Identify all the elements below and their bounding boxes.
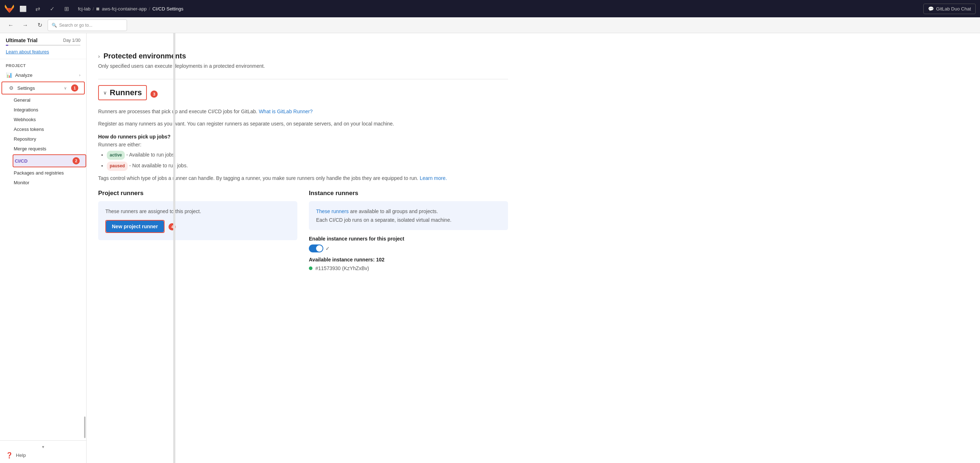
protected-environments-section: › Protected environments Only specified … xyxy=(98,40,508,79)
toolbar2: ← → ↻ 🔍 Search or go to... xyxy=(0,17,980,33)
sidebar-item-monitor-label: Monitor xyxy=(14,180,29,186)
active-badge: active xyxy=(107,151,125,160)
search-bar[interactable]: 🔍 Search or go to... xyxy=(48,19,127,31)
sidebar-toggle-btn[interactable]: ⬜ xyxy=(18,3,29,14)
merge-request-icon-btn[interactable]: ⇄ xyxy=(32,3,43,14)
sidebar-sub-nav: General Integrations Webhooks Access tok… xyxy=(0,95,86,187)
sidebar-item-general-label: General xyxy=(14,97,30,103)
sidebar-nav: Project 📊 Analyze › ⚙ Settings ∨ 1 Gene xyxy=(0,59,86,438)
protected-environments-desc: Only specified users can execute deploym… xyxy=(98,63,508,69)
runners-chevron-icon: ∨ xyxy=(103,90,107,95)
project-runners-title: Project runners xyxy=(98,190,298,197)
enable-runners-toggle[interactable] xyxy=(309,244,323,252)
analyze-icon: 📊 xyxy=(6,72,12,78)
project-runners-box: These runners are assigned to this proje… xyxy=(98,201,298,240)
instance-runners-box-sub: Each CI/CD job runs on a separate, isola… xyxy=(316,217,501,223)
runners-how-title: How do runners pick up jobs? xyxy=(98,134,508,140)
project-runners-col: Project runners These runners are assign… xyxy=(98,190,298,271)
sidebar-item-integrations[interactable]: Integrations xyxy=(14,105,86,115)
sidebar-item-packages-registries-label: Packages and registries xyxy=(14,170,64,176)
sidebar-item-settings[interactable]: ⚙ Settings ∨ 1 xyxy=(2,81,85,95)
runner-entry: #11573930 (KzYhZxBv) xyxy=(309,265,508,271)
back-btn[interactable]: ← xyxy=(4,19,18,31)
runners-list-item-active: active - Available to run jobs. xyxy=(107,151,508,160)
sidebar-item-cicd-label: CI/CD xyxy=(15,158,27,164)
breadcrumb: fcj-lab / ◼ aws-fcj-container-app / CI/C… xyxy=(78,6,921,11)
project-runners-box-text: These runners are assigned to this proje… xyxy=(105,208,290,214)
sidebar-item-merge-requests[interactable]: Merge requests xyxy=(14,144,86,154)
sidebar-item-packages-registries[interactable]: Packages and registries xyxy=(14,168,86,178)
cicd-badge: 2 xyxy=(73,157,80,165)
sidebar-item-integrations-label: Integrations xyxy=(14,107,38,113)
instance-runners-title: Instance runners xyxy=(309,190,508,197)
sidebar-item-repository-label: Repository xyxy=(14,136,36,142)
toggle-wrap: ✓ xyxy=(309,244,508,252)
sidebar-item-access-tokens[interactable]: Access tokens xyxy=(14,124,86,134)
runner-id: #11573930 (KzYhZxBv) xyxy=(315,265,369,271)
sidebar-item-general[interactable]: General xyxy=(14,95,86,105)
main-inner: › Protected environments Only specified … xyxy=(87,33,520,278)
runners-tags-text-content: Tags control which type of jobs a runner… xyxy=(98,175,418,181)
duo-chat-button[interactable]: 💬 GitLab Duo Chat xyxy=(923,3,976,14)
topbar-right: 💬 GitLab Duo Chat xyxy=(923,3,976,14)
sidebar-item-merge-requests-label: Merge requests xyxy=(14,146,46,151)
sidebar-item-analyze-label: Analyze xyxy=(15,73,32,78)
sidebar-item-repository[interactable]: Repository xyxy=(14,134,86,144)
sidebar-bottom: ▼ ❓ Help xyxy=(0,440,86,463)
main-content: › Protected environments Only specified … xyxy=(87,33,980,463)
sidebar-item-monitor[interactable]: Monitor xyxy=(14,178,86,187)
sidebar-item-analyze[interactable]: 📊 Analyze › xyxy=(0,69,86,81)
checklist-icon-btn[interactable]: ✓ xyxy=(46,3,58,14)
paused-badge: paused xyxy=(107,162,128,171)
breadcrumb-repo-icon: ◼ xyxy=(96,6,100,11)
search-icon: 🔍 xyxy=(52,23,57,28)
runners-section: ∨ Runners 3 Runners are processes that p… xyxy=(98,79,508,271)
enable-runners-label: Enable instance runners for this project xyxy=(309,236,508,242)
sidebar-resize-handle[interactable] xyxy=(173,33,175,463)
runners-tags-text: Tags control which type of jobs a runner… xyxy=(98,175,508,181)
sidebar-item-webhooks[interactable]: Webhooks xyxy=(14,115,86,124)
sidebar-item-cicd[interactable]: CI/CD 2 xyxy=(13,154,86,167)
layout: Ultimate Trial Day 1/30 Learn about feat… xyxy=(0,33,980,463)
runners-tags-link[interactable]: Learn more. xyxy=(420,175,447,181)
sidebar-item-settings-label: Settings xyxy=(18,86,35,91)
breadcrumb-sep2: / xyxy=(149,6,151,11)
learn-features-link[interactable]: Learn about features xyxy=(6,49,49,54)
help-icon: ❓ xyxy=(6,452,13,459)
sidebar-trial: Ultimate Trial Day 1/30 xyxy=(6,38,81,43)
runners-grid: Project runners These runners are assign… xyxy=(98,190,508,271)
runners-title: Runners xyxy=(110,88,142,97)
protected-environments-chevron-icon: › xyxy=(98,53,100,59)
runners-list: active - Available to run jobs. paused -… xyxy=(98,151,508,171)
breadcrumb-repo[interactable]: aws-fcj-container-app xyxy=(102,6,146,11)
runners-register-text: Register as many runners as you want. Yo… xyxy=(98,120,508,128)
breadcrumb-group[interactable]: fcj-lab xyxy=(78,6,91,11)
sidebar-item-access-tokens-label: Access tokens xyxy=(14,127,44,132)
new-project-runner-button[interactable]: New project runner xyxy=(106,221,164,232)
runners-header-box: ∨ Runners xyxy=(98,85,147,100)
instance-runners-link[interactable]: These runners xyxy=(316,208,348,214)
active-badge-desc: - Available to run jobs. xyxy=(126,152,176,158)
sidebar-section-project: Project xyxy=(0,59,86,69)
paused-badge-desc: - Not available to run jobs. xyxy=(129,163,188,168)
analyze-chevron-icon: › xyxy=(79,73,81,77)
runners-list-item-paused: paused - Not available to run jobs. xyxy=(107,161,508,171)
new-runner-btn-box: New project runner xyxy=(105,220,164,233)
sidebar-trial-bar-fill xyxy=(6,45,8,46)
new-runner-btn-label: New project runner xyxy=(112,224,158,229)
settings-chevron-icon: ∨ xyxy=(64,86,67,90)
refresh-btn[interactable]: ↻ xyxy=(33,19,46,31)
runners-desc-link[interactable]: What is GitLab Runner? xyxy=(259,109,312,114)
settings-badge: 1 xyxy=(71,84,78,92)
sidebar-scroll-down-indicator: ▼ xyxy=(6,445,81,449)
runners-badge: 3 xyxy=(151,90,158,98)
sidebar-header: Ultimate Trial Day 1/30 Learn about feat… xyxy=(0,33,86,59)
runners-header[interactable]: ∨ Runners 3 xyxy=(98,79,508,106)
help-link[interactable]: ❓ Help xyxy=(6,452,81,459)
grid-icon-btn[interactable]: ⊞ xyxy=(60,3,72,14)
help-label: Help xyxy=(16,452,26,458)
breadcrumb-current: CI/CD Settings xyxy=(152,6,183,11)
sidebar: Ultimate Trial Day 1/30 Learn about feat… xyxy=(0,33,87,463)
protected-environments-header[interactable]: › Protected environments xyxy=(98,46,508,63)
forward-btn[interactable]: → xyxy=(19,19,32,31)
